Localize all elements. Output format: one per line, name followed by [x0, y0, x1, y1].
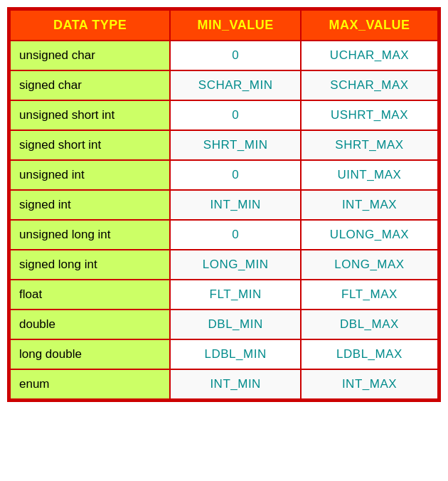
cell-max-value: FLT_MAX [301, 280, 438, 310]
cell-min-value: DBL_MIN [170, 310, 301, 339]
table-row: long doubleLDBL_MINLDBL_MAX [10, 339, 438, 369]
cell-min-value: SCHAR_MIN [170, 70, 301, 100]
cell-min-value: 0 [170, 41, 301, 70]
header-min-value: MIN_VALUE [170, 10, 301, 41]
cell-data-type: enum [10, 369, 170, 399]
cell-min-value: INT_MIN [170, 369, 301, 399]
data-types-table: DATA TYPE MIN_VALUE MAX_VALUE unsigned c… [7, 7, 441, 402]
cell-max-value: INT_MAX [301, 190, 438, 220]
table-row: unsigned short int0USHRT_MAX [10, 100, 438, 130]
table-row: signed intINT_MININT_MAX [10, 190, 438, 220]
cell-min-value: FLT_MIN [170, 280, 301, 310]
header-data-type: DATA TYPE [10, 10, 170, 41]
table-row: signed long intLONG_MINLONG_MAX [10, 250, 438, 280]
cell-max-value: UINT_MAX [301, 160, 438, 190]
cell-max-value: DBL_MAX [301, 310, 438, 339]
cell-data-type: unsigned char [10, 41, 170, 70]
cell-data-type: unsigned short int [10, 100, 170, 130]
cell-max-value: UCHAR_MAX [301, 41, 438, 70]
cell-data-type: float [10, 280, 170, 310]
cell-min-value: SHRT_MIN [170, 130, 301, 160]
cell-min-value: 0 [170, 220, 301, 250]
cell-min-value: 0 [170, 160, 301, 190]
cell-min-value: LONG_MIN [170, 250, 301, 280]
cell-data-type: signed char [10, 70, 170, 100]
cell-data-type: long double [10, 339, 170, 369]
cell-data-type: signed int [10, 190, 170, 220]
table-row: floatFLT_MINFLT_MAX [10, 280, 438, 310]
table-row: signed charSCHAR_MINSCHAR_MAX [10, 70, 438, 100]
cell-data-type: unsigned long int [10, 220, 170, 250]
cell-min-value: 0 [170, 100, 301, 130]
table-row: unsigned char0UCHAR_MAX [10, 41, 438, 70]
header-max-value: MAX_VALUE [301, 10, 438, 41]
cell-data-type: signed short int [10, 130, 170, 160]
cell-data-type: unsigned int [10, 160, 170, 190]
cell-max-value: SHRT_MAX [301, 130, 438, 160]
cell-data-type: double [10, 310, 170, 339]
table-row: enumINT_MININT_MAX [10, 369, 438, 399]
cell-min-value: INT_MIN [170, 190, 301, 220]
table-row: doubleDBL_MINDBL_MAX [10, 310, 438, 339]
cell-max-value: LDBL_MAX [301, 339, 438, 369]
cell-data-type: signed long int [10, 250, 170, 280]
cell-max-value: USHRT_MAX [301, 100, 438, 130]
cell-max-value: LONG_MAX [301, 250, 438, 280]
table-row: unsigned long int0ULONG_MAX [10, 220, 438, 250]
cell-max-value: SCHAR_MAX [301, 70, 438, 100]
cell-max-value: INT_MAX [301, 369, 438, 399]
table-row: signed short intSHRT_MINSHRT_MAX [10, 130, 438, 160]
table-row: unsigned int0UINT_MAX [10, 160, 438, 190]
cell-max-value: ULONG_MAX [301, 220, 438, 250]
cell-min-value: LDBL_MIN [170, 339, 301, 369]
